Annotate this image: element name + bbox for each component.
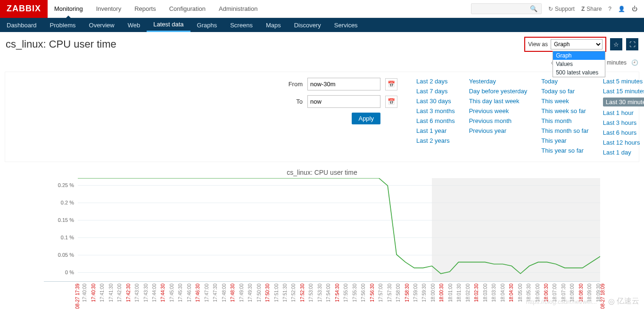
to-label: To: [284, 98, 303, 105]
subnav-services[interactable]: Services: [328, 18, 364, 32]
top-menu-reports[interactable]: Reports: [128, 0, 163, 18]
quick-link[interactable]: Last 1 hour: [603, 109, 644, 116]
quick-link[interactable]: Last 2 days: [416, 78, 455, 85]
quick-link[interactable]: Last 3 hours: [603, 119, 644, 126]
from-input[interactable]: [307, 78, 380, 90]
top-menu-monitoring[interactable]: Monitoring: [48, 0, 90, 18]
quick-link[interactable]: Last 7 days: [416, 88, 455, 95]
quick-link[interactable]: This week so far: [541, 107, 588, 114]
subnav-graphs[interactable]: Graphs: [190, 18, 224, 32]
quick-link[interactable]: This month so far: [541, 127, 588, 134]
quick-link[interactable]: Last 5 minutes: [603, 78, 644, 85]
quick-link[interactable]: Last 3 months: [416, 107, 455, 114]
x-tick: 17:40:30: [91, 284, 96, 302]
y-tick: 0 %: [65, 269, 74, 275]
x-tick: 17:56:00: [361, 284, 366, 302]
quick-link[interactable]: Last 2 years: [416, 137, 455, 144]
viewas-option[interactable]: Values: [553, 60, 605, 68]
x-tick: 17:46:00: [187, 284, 192, 302]
apply-button[interactable]: Apply: [352, 113, 380, 124]
quick-link[interactable]: This day last week: [469, 98, 528, 105]
x-tick: 17:41:30: [108, 284, 114, 302]
x-tick: 18:08:30: [578, 284, 584, 302]
x-tick: 18:03:00: [483, 284, 488, 302]
search-box[interactable]: 🔍: [471, 3, 542, 14]
x-tick: 17:48:30: [230, 284, 235, 302]
search-input[interactable]: [475, 6, 530, 12]
viewas-label: View as: [528, 41, 548, 48]
x-tick: 18:05:30: [526, 284, 531, 302]
subnav-screens[interactable]: Screens: [223, 18, 259, 32]
x-tick: 17:49:00: [239, 284, 244, 302]
time-form: From 📅 To 📅 Apply: [11, 78, 397, 156]
to-input[interactable]: [307, 95, 380, 108]
x-tick: 17:43:30: [143, 284, 149, 302]
calendar-to-button[interactable]: 📅: [385, 96, 397, 108]
favorite-button[interactable]: ☆: [610, 38, 622, 50]
subnav-web[interactable]: Web: [121, 18, 147, 32]
quick-link[interactable]: Last 1 day: [603, 149, 644, 156]
chart-title: cs_linux: CPU user time: [44, 169, 600, 176]
subnav-latest-data[interactable]: Latest data: [147, 18, 190, 32]
ys-logo: ◎ 亿速云: [608, 296, 639, 306]
quick-link[interactable]: Today: [541, 78, 588, 85]
quick-link[interactable]: This month: [541, 117, 588, 124]
viewas-option[interactable]: 500 latest values: [553, 68, 605, 77]
quick-link[interactable]: This year so far: [541, 147, 588, 154]
quick-link[interactable]: Previous month: [469, 117, 528, 124]
share-link[interactable]: Z Share: [581, 6, 602, 12]
quick-link[interactable]: Last 6 hours: [603, 129, 644, 136]
quick-link[interactable]: Previous week: [469, 107, 528, 114]
x-tick: 17:54:30: [335, 284, 340, 302]
x-tick: 17:43:00: [134, 284, 140, 302]
viewas-option[interactable]: Graph: [553, 51, 605, 60]
x-tick: 17:45:30: [178, 284, 183, 302]
quick-link[interactable]: Last 12 hours: [603, 139, 644, 146]
x-tick: 18:03:30: [491, 284, 496, 302]
x-tick: 17:57:30: [387, 284, 392, 302]
top-menu-inventory[interactable]: Inventory: [90, 0, 128, 18]
logo[interactable]: ZABBIX: [0, 0, 48, 18]
quick-link[interactable]: Last 30 days: [416, 98, 455, 105]
x-tick: 18:06:30: [544, 284, 549, 302]
x-tick: 18:08:00: [570, 284, 575, 302]
quick-link[interactable]: Last 30 minutes: [603, 98, 644, 106]
x-tick: 17:51:00: [274, 284, 279, 302]
x-tick: 18:04:30: [509, 284, 514, 302]
help-link[interactable]: ?: [608, 6, 611, 12]
fullscreen-button[interactable]: ⛶: [626, 38, 638, 50]
quick-link[interactable]: Previous year: [469, 127, 528, 134]
subnav-overview[interactable]: Overview: [83, 18, 121, 32]
user-icon[interactable]: 👤: [618, 6, 625, 12]
x-tick: 17:45:00: [169, 284, 174, 302]
power-icon[interactable]: ⏻: [632, 6, 637, 12]
x-tick: 17:42:00: [117, 284, 122, 302]
quick-link[interactable]: Last 1 year: [416, 127, 455, 134]
x-tick: 17:58:30: [405, 284, 410, 302]
quick-link[interactable]: Today so far: [541, 88, 588, 95]
quick-link[interactable]: Day before yesterday: [469, 88, 528, 95]
subnav-problems[interactable]: Problems: [43, 18, 83, 32]
subnav-discovery[interactable]: Discovery: [288, 18, 328, 32]
x-tick: 18:07:30: [561, 284, 566, 302]
x-tick: 17:51:30: [282, 284, 288, 302]
top-menu-administration[interactable]: Administration: [212, 0, 264, 18]
quick-link[interactable]: This year: [541, 137, 588, 144]
clock-icon[interactable]: 🕘: [631, 59, 638, 66]
from-label: From: [284, 81, 303, 88]
subnav-maps[interactable]: Maps: [259, 18, 288, 32]
search-icon[interactable]: 🔍: [530, 5, 537, 12]
subnav-dashboard[interactable]: Dashboard: [0, 18, 43, 32]
support-link[interactable]: ↻ Support: [548, 6, 575, 12]
quick-link[interactable]: Yesterday: [469, 78, 528, 85]
x-tick: 08-27 18:09: [600, 284, 605, 309]
viewas-select[interactable]: Graph: [551, 39, 603, 49]
top-menu-configuration[interactable]: Configuration: [163, 0, 212, 18]
x-tick: 17:59:30: [421, 284, 427, 302]
calendar-from-button[interactable]: 📅: [385, 78, 397, 90]
x-tick: 17:44:30: [160, 284, 165, 302]
quick-link[interactable]: Last 15 minutes: [603, 88, 644, 95]
quick-link[interactable]: This week: [541, 98, 588, 105]
quick-link[interactable]: Last 6 months: [416, 117, 455, 124]
x-tick: 18:00:30: [439, 284, 444, 302]
